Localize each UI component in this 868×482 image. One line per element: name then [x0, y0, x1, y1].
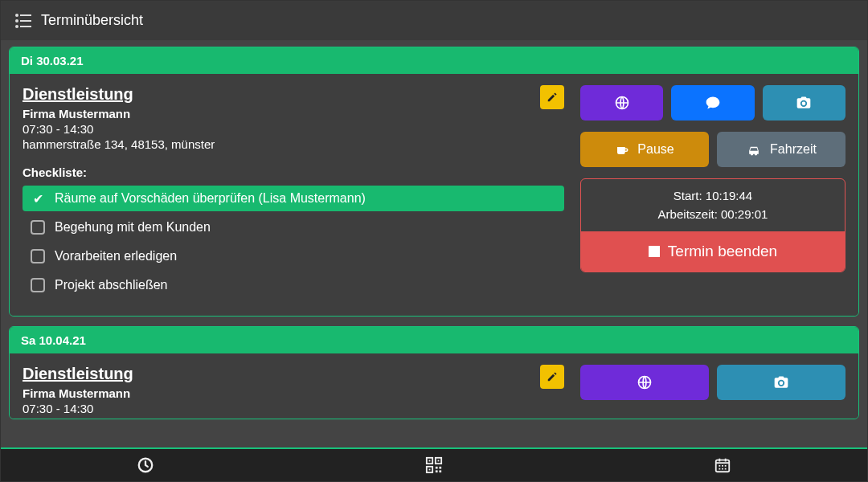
camera-button[interactable] [717, 365, 845, 400]
end-label: Termin beenden [668, 243, 777, 260]
checkbox-unchecked[interactable] [31, 249, 45, 263]
svg-rect-10 [429, 460, 431, 462]
car-icon [746, 142, 762, 157]
checkbox-unchecked[interactable] [31, 278, 45, 292]
checklist-item[interactable]: Vorarbeiten erledigen [23, 243, 564, 269]
calendar-icon [714, 456, 731, 474]
page-header: Terminübersicht [1, 1, 867, 40]
camera-icon [773, 374, 789, 390]
checkbox-unchecked[interactable] [31, 220, 45, 235]
globe-button[interactable] [580, 85, 663, 120]
pause-button[interactable]: Pause [580, 132, 709, 167]
service-title[interactable]: Dienstleistung [23, 85, 215, 104]
svg-rect-14 [429, 469, 431, 471]
svg-rect-5 [20, 26, 31, 27]
svg-point-4 [15, 25, 18, 28]
bottom-nav [1, 447, 867, 481]
svg-rect-18 [439, 470, 441, 472]
company-name: Firma Mustermann [23, 107, 215, 120]
travel-label: Fahrzeit [770, 142, 817, 157]
nav-clock[interactable] [1, 449, 289, 481]
address: hammerstraße 134, 48153, münster [23, 137, 215, 151]
time-range: 07:30 - 14:30 [23, 402, 133, 415]
pencil-icon [547, 92, 558, 103]
appointment-date: Di 30.03.21 [10, 47, 858, 74]
checklist-item[interactable]: Projekt abschließen [23, 272, 564, 298]
camera-icon [796, 95, 812, 111]
checklist-item[interactable]: Begehung mit dem Kunden [23, 214, 564, 240]
svg-rect-12 [438, 460, 440, 462]
appointment-card: Di 30.03.21 Dienstleistung Firma Musterm… [9, 47, 859, 317]
appointment-card: Sa 10.04.21 Dienstleistung Firma Musterm… [9, 326, 859, 419]
start-time: Start: 10:19:44 [588, 187, 838, 206]
chat-button[interactable] [671, 85, 754, 120]
qr-icon [425, 456, 443, 474]
list-icon [15, 14, 31, 28]
nav-calendar[interactable] [579, 449, 867, 481]
page-title: Terminübersicht [41, 12, 143, 29]
pencil-icon [547, 371, 558, 382]
svg-rect-17 [436, 470, 438, 472]
appointment-date: Sa 10.04.21 [10, 327, 858, 353]
chat-icon [705, 95, 721, 111]
svg-rect-3 [20, 20, 31, 22]
service-title[interactable]: Dienstleistung [23, 365, 133, 383]
svg-rect-15 [436, 467, 438, 469]
checklist-item[interactable]: ✔ Räume auf Vorschäden überprüfen (Lisa … [23, 186, 564, 211]
work-time: Arbeitszeit: 00:29:01 [588, 206, 838, 224]
timer-box: Start: 10:19:44 Arbeitszeit: 00:29:01 Te… [580, 178, 845, 272]
stop-icon [649, 246, 660, 257]
camera-button[interactable] [763, 85, 845, 120]
clock-icon [137, 456, 154, 474]
edit-button[interactable] [540, 365, 564, 389]
svg-point-0 [15, 14, 18, 17]
edit-button[interactable] [540, 85, 564, 109]
svg-rect-16 [439, 467, 441, 469]
checklist-item-label: Räume auf Vorschäden überprüfen (Lisa Mu… [55, 191, 366, 206]
svg-rect-1 [20, 14, 31, 16]
checkbox-checked[interactable]: ✔ [31, 191, 45, 206]
time-range: 07:30 - 14:30 [23, 122, 215, 136]
check-icon: ✔ [33, 191, 43, 206]
checklist-item-label: Begehung mit dem Kunden [55, 220, 211, 235]
nav-qr[interactable] [289, 449, 578, 481]
coffee-icon [615, 142, 629, 157]
pause-label: Pause [637, 142, 674, 157]
company-name: Firma Mustermann [23, 386, 133, 400]
end-appointment-button[interactable]: Termin beenden [581, 231, 845, 272]
globe-button[interactable] [580, 365, 709, 400]
globe-icon [614, 95, 630, 111]
svg-point-2 [15, 19, 18, 22]
checklist-label: Checkliste: [23, 165, 564, 179]
checklist-item-label: Projekt abschließen [55, 278, 168, 292]
travel-button[interactable]: Fahrzeit [717, 132, 845, 167]
globe-icon [637, 374, 653, 390]
checklist-item-label: Vorarbeiten erledigen [55, 249, 177, 263]
